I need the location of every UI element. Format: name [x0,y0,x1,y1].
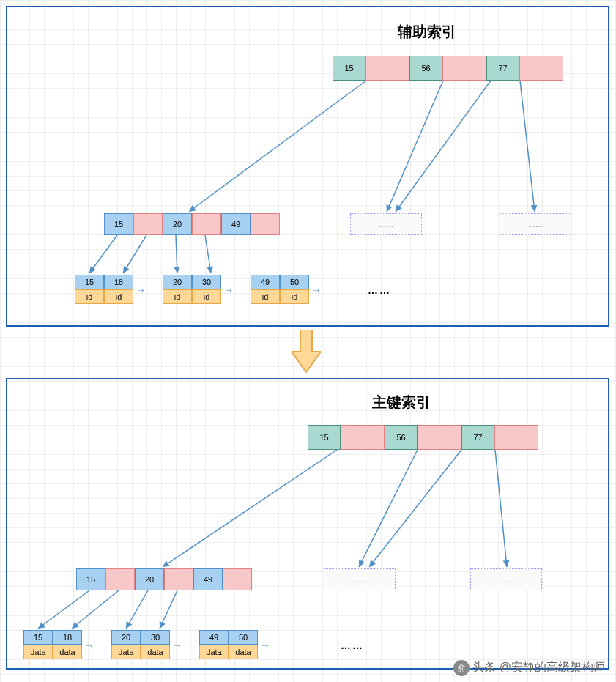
leaf-cell: 20 [111,630,141,645]
placeholder-node: …… [350,213,422,235]
mid-cell [164,568,193,590]
leaf-cell: 18 [104,275,133,289]
root-cell [494,425,538,450]
mid-cell [223,568,252,590]
mid-cell: 20 [163,213,192,235]
leaf-cell: data [111,645,141,659]
leaf-cell: 30 [141,630,170,645]
leaf-cell: id [251,289,280,304]
leaf-cell: id [280,289,309,304]
placeholder-node: …… [500,213,571,235]
leaf-cell: 49 [251,275,280,289]
leaf-cell: id [192,289,221,304]
leaf-cell: 20 [163,275,192,289]
secondary-index-title: 辅助索引 [398,22,456,42]
leaf-cell: data [141,645,170,659]
leaf-cell: data [53,645,82,659]
primary-index-panel [6,378,609,670]
mid-cell: 49 [193,568,223,590]
root-cell [341,425,385,450]
leaf-cell: data [229,645,258,659]
leaf-cell: id [163,289,192,304]
leaf-cell: 15 [23,630,53,645]
leaf-link-arrow: → [223,284,234,296]
leaf-link-arrow: → [172,640,182,651]
down-arrow-icon [292,330,321,374]
root-cell [442,56,486,81]
leaf-cell: id [104,289,133,304]
leaf-link-arrow: → [311,284,322,296]
mid-cell [133,213,163,235]
root-cell: 15 [308,425,341,450]
leaf-cell: 18 [53,630,82,645]
watermark-icon: 俞 [453,660,470,676]
mid-cell: 15 [76,568,105,590]
leaf-cell: 50 [280,275,309,289]
mid-cell [105,568,135,590]
leaf-cell: 50 [229,630,258,645]
primary-index-title: 主键索引 [372,393,431,412]
ellipsis: …… [368,284,391,296]
mid-cell: 15 [104,213,133,235]
root-cell [365,56,409,81]
leaf-cell: 49 [199,630,229,645]
watermark: 俞头条 @安静的高级架构师 [453,660,605,676]
mid-cell [251,213,280,235]
placeholder-node: …… [470,568,542,590]
root-cell [519,56,563,81]
root-cell: 77 [461,425,494,450]
mid-cell: 20 [135,568,164,590]
root-cell [418,425,461,450]
root-cell: 15 [333,56,365,81]
root-cell: 77 [486,56,519,81]
mid-cell: 49 [221,213,251,235]
leaf-cell: 15 [75,275,104,289]
leaf-link-arrow: → [260,640,270,651]
leaf-cell: data [199,645,229,659]
leaf-cell: data [23,645,53,659]
ellipsis: …… [341,640,364,651]
leaf-link-arrow: → [136,284,146,296]
leaf-link-arrow: → [84,640,94,651]
placeholder-node: …… [324,568,396,590]
root-cell: 56 [409,56,442,81]
mid-cell [192,213,221,235]
leaf-cell: 30 [192,275,221,289]
leaf-cell: id [75,289,104,304]
root-cell: 56 [385,425,418,450]
